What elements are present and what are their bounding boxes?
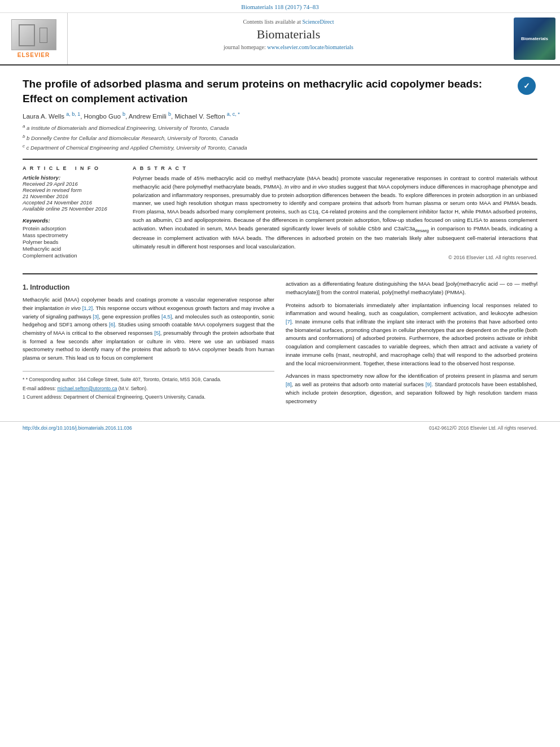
elsevier-logo-section: ELSEVIER [0,13,68,64]
email-link[interactable]: michael.sefton@utoronto.ca [57,386,117,391]
ref-6[interactable]: [6] [109,321,115,327]
journal-header-center: Contents lists available at ScienceDirec… [68,13,509,64]
main-body: 1. Introduction Methacrylic acid (MAA) c… [0,274,560,421]
keyword-3: Polymer beads [23,239,121,245]
article-history: Article history: Received 29 April 2016 … [23,174,121,212]
homepage-url[interactable]: www.elsevier.com/locate/biomaterials [267,44,353,50]
article-title-section: The profile of adsorbed plasma and serum… [23,77,537,106]
journal-badge-section: Biomaterials [509,13,560,64]
article-history-section: Article history: Received 29 April 2016 … [23,174,121,212]
email-label: E-mail address: [23,386,56,391]
corresponding-author-text: * Corresponding author. 164 College Stre… [26,377,221,382]
abstract-label: A B S T R A C T [133,165,537,171]
abstract-column: A B S T R A C T Polymer beads made of 45… [133,165,537,262]
doi-link[interactable]: http://dx.doi.org/10.1016/j.biomaterials… [23,425,132,431]
affiliation-c: c c Department of Chemical Engineering a… [23,143,537,152]
header-divider [23,159,537,160]
ref-4-5[interactable]: [4,5] [161,313,172,320]
elsevier-tree-logo [11,19,56,50]
ref-8[interactable]: [8] [286,381,292,387]
body-columns: 1. Introduction Methacrylic acid (MAA) c… [23,280,537,410]
authors-line: Laura A. Wells a, b, 1, Hongbo Guo b, An… [23,111,537,120]
crossmark-icon[interactable]: ✓ [518,77,536,95]
revised-date: 21 November 2016 [23,193,121,199]
ref-7[interactable]: [7] [286,318,292,325]
keyword-4: Methacrylic acid [23,246,121,252]
keyword-5: Complement activation [23,252,121,259]
footnotes-section: * * Corresponding author. 164 College St… [23,371,274,401]
revised-label: Received in revised form [23,187,121,193]
email-person: (M.V. Sefton). [119,386,148,391]
journal-ref-text: Biomaterials 118 (2017) 74–83 [241,3,318,10]
intro-para-3-right: Proteins adsorb to biomaterials immediat… [286,302,537,368]
article-info-label: A R T I C L E I N F O [23,165,121,171]
crossmark-section: ✓ [518,77,537,95]
intro-para-4-right: Advances in mass spectrometry now allow … [286,372,537,405]
online-date: Available online 25 November 2016 [23,206,121,212]
abstract-paragraph: Polymer beads made of 45% methacrylic ac… [133,174,537,251]
email-note: E-mail address: michael.sefton@utoronto.… [23,385,274,392]
keywords-label: Keywords: [23,217,121,224]
ref-5b[interactable]: [5] [154,330,160,336]
keyword-1: Protein adsorption [23,225,121,231]
journal-reference-bar: Biomaterials 118 (2017) 74–83 [0,0,560,13]
article-title: The profile of adsorbed plasma and serum… [23,77,509,106]
section-title-text: Introduction [30,283,69,291]
intro-section-title: 1. Introduction [23,283,274,291]
info-abstract-columns: A R T I C L E I N F O Article history: R… [23,165,537,262]
biomaterials-badge-text: Biomaterials [521,36,548,41]
article-header-section: The profile of adsorbed plasma and serum… [0,65,560,273]
keyword-2: Mass spectrometry [23,232,121,238]
keywords-section: Keywords: Protein adsorption Mass spectr… [23,217,121,259]
corresponding-author-note: * * Corresponding author. 164 College St… [23,376,274,383]
ref-9[interactable]: [9] [426,381,432,387]
abstract-text: Polymer beads made of 45% methacrylic ac… [133,174,537,262]
body-right-column: activation as a differentiating feature … [286,280,537,410]
homepage-label: journal homepage: [224,44,266,50]
intro-para-2-right: activation as a differentiating feature … [286,280,537,296]
homepage-line: journal homepage: www.elsevier.com/locat… [79,44,498,50]
affiliations-section: a a Institute of Biomaterials and Biomed… [23,123,537,152]
section-number: 1. [23,283,28,291]
ref-1-2[interactable]: [1,2] [82,305,93,311]
elsevier-wordmark: ELSEVIER [11,52,56,58]
contents-line: Contents lists available at ScienceDirec… [79,19,498,25]
intro-para-1: Methacrylic acid (MAA) copolymer beads a… [23,296,274,362]
journal-header: ELSEVIER Contents lists available at Sci… [0,13,560,65]
elsevier-logo: ELSEVIER [11,19,56,58]
intro-body-text-left: Methacrylic acid (MAA) copolymer beads a… [23,296,274,362]
received-date: Received 29 April 2016 [23,181,121,187]
biomaterials-badge: Biomaterials [514,18,555,60]
affiliation-a: a a Institute of Biomaterials and Biomed… [23,123,537,132]
contents-text: Contents lists available at [243,19,300,25]
sciencedirect-link[interactable]: ScienceDirect [302,19,334,25]
footnote-1: 1 Current address: Department of Chemica… [23,394,274,401]
intro-body-text-right: activation as a differentiating feature … [286,280,537,405]
journal-title: Biomaterials [79,27,498,42]
issn-text: 0142-9612/© 2016 Elsevier Ltd. All right… [429,425,537,431]
history-label: Article history: [23,174,121,181]
copyright-notice: © 2016 Elsevier Ltd. All rights reserved… [133,254,537,262]
article-info-column: A R T I C L E I N F O Article history: R… [23,165,121,262]
body-left-column: 1. Introduction Methacrylic acid (MAA) c… [23,280,274,410]
affiliation-b: b b Donnelly Centre for Cellular and Bio… [23,133,537,142]
accepted-date: Accepted 24 November 2016 [23,199,121,206]
page: Biomaterials 118 (2017) 74–83 ELSEVIER C… [0,0,560,747]
ref-3[interactable]: [3] [93,313,99,320]
svg-text:✓: ✓ [523,81,530,90]
footer-bar: http://dx.doi.org/10.1016/j.biomaterials… [0,421,560,434]
